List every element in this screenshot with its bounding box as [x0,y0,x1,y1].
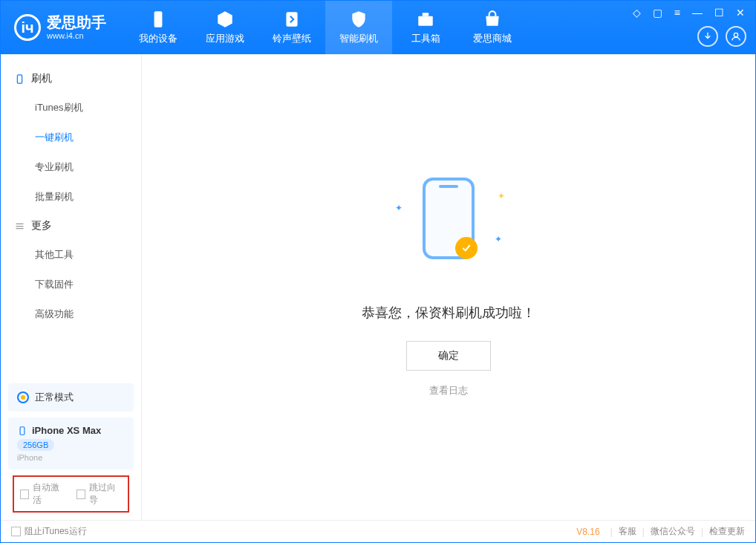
checkbox-box-icon [11,527,21,536]
minimize-button[interactable]: — [689,5,706,20]
footer-link-support[interactable]: 客服 [619,525,636,538]
footer-bar: 阻止iTunes运行 V8.16 | 客服 | 微信公众号 | 检查更新 [1,520,755,542]
logo-icon: iч [14,14,41,41]
sidebar-item-itunes-flash[interactable]: iTunes刷机 [1,93,141,123]
maximize-button[interactable]: ☐ [711,5,727,20]
check-badge-icon [455,237,478,259]
sidebar-item-download-firmware[interactable]: 下载固件 [1,270,141,299]
footer-link-update[interactable]: 检查更新 [709,525,745,538]
svg-rect-1 [286,12,297,27]
device-storage: 256GB [17,439,54,451]
sidebar-group-more: 更多 [1,212,141,240]
nav-tab-flash[interactable]: 智能刷机 [325,1,392,54]
phone-illustration [423,178,475,259]
sidebar-group-flash: 刷机 [1,65,141,93]
svg-rect-3 [423,13,429,16]
toolbox-icon [416,10,435,29]
nav-tab-apps[interactable]: 应用游戏 [192,1,258,54]
sidebar-item-other-tools[interactable]: 其他工具 [1,240,141,270]
sparkle-icon: ✦ [498,191,505,201]
header-bar: iч 爱思助手 www.i4.cn 我的设备 应用游戏 铃声壁纸 智能刷机 工具… [1,1,755,54]
sidebar-item-oneclick-flash[interactable]: 一键刷机 [1,123,141,152]
menu-icon[interactable]: ≡ [671,5,683,20]
user-icon [730,30,742,42]
nav-tab-store[interactable]: 爱思商城 [459,1,526,54]
sidebar-item-batch-flash[interactable]: 批量刷机 [1,182,141,212]
svg-rect-5 [17,74,22,82]
success-illustration: ✦ ✦ ✦ [404,178,493,267]
checkbox-box-icon [76,490,85,499]
music-icon [282,10,302,29]
phone-outline-icon [14,74,25,85]
main-content: ✦ ✦ ✦ 恭喜您，保资料刷机成功啦！ 确定 查看日志 [142,54,755,520]
highlighted-checkbox-row: 自动激活 跳过向导 [13,475,129,513]
version-label: V8.16 [576,527,599,537]
app-name: 爱思助手 [47,13,106,31]
confirm-button[interactable]: 确定 [406,341,491,371]
success-message: 恭喜您，保资料刷机成功啦！ [362,304,535,322]
checkbox-auto-activate[interactable]: 自动激活 [20,481,66,507]
phone-icon [149,10,168,29]
checkbox-skip-guide[interactable]: 跳过向导 [76,481,123,507]
cube-icon [215,10,235,29]
account-button[interactable] [726,26,746,47]
store-icon [483,10,502,29]
sidebar: 刷机 iTunes刷机 一键刷机 专业刷机 批量刷机 更多 其他工具 下载固件 … [1,54,142,520]
mode-label: 正常模式 [35,391,74,404]
logo: iч 爱思助手 www.i4.cn [14,13,106,41]
mode-icon [17,391,29,403]
shield-icon [349,10,368,29]
nav-tab-toolbox[interactable]: 工具箱 [392,1,459,54]
device-name: iPhone XS Max [32,425,101,436]
view-log-link[interactable]: 查看日志 [429,384,468,397]
skin-icon[interactable]: ◇ [630,5,644,20]
device-card[interactable]: iPhone XS Max 256GB iPhone [8,417,134,469]
list-icon [14,221,25,232]
sidebar-item-advanced[interactable]: 高级功能 [1,299,141,329]
download-icon [702,30,714,42]
svg-rect-6 [20,426,25,435]
window-controls: ◇ ▢ ≡ — ☐ ✕ [630,5,748,20]
device-type: iPhone [17,453,125,462]
mode-card[interactable]: 正常模式 [8,383,134,412]
checkbox-box-icon [20,490,29,499]
footer-link-wechat[interactable]: 微信公众号 [651,525,695,538]
svg-rect-0 [154,11,163,27]
app-url: www.i4.cn [47,31,106,41]
feedback-icon[interactable]: ▢ [650,5,665,20]
nav-tabs: 我的设备 应用游戏 铃声壁纸 智能刷机 工具箱 爱思商城 [125,1,526,54]
device-phone-icon [17,426,27,436]
sparkle-icon: ✦ [395,203,403,213]
download-button[interactable] [697,26,718,47]
nav-tab-ringtone[interactable]: 铃声壁纸 [258,1,325,54]
sidebar-item-pro-flash[interactable]: 专业刷机 [1,152,141,182]
svg-point-4 [734,33,737,36]
checkbox-block-itunes[interactable]: 阻止iTunes运行 [11,525,87,538]
nav-tab-device[interactable]: 我的设备 [125,1,192,54]
close-button[interactable]: ✕ [733,5,748,20]
svg-rect-2 [418,16,433,26]
sparkle-icon: ✦ [495,234,502,244]
